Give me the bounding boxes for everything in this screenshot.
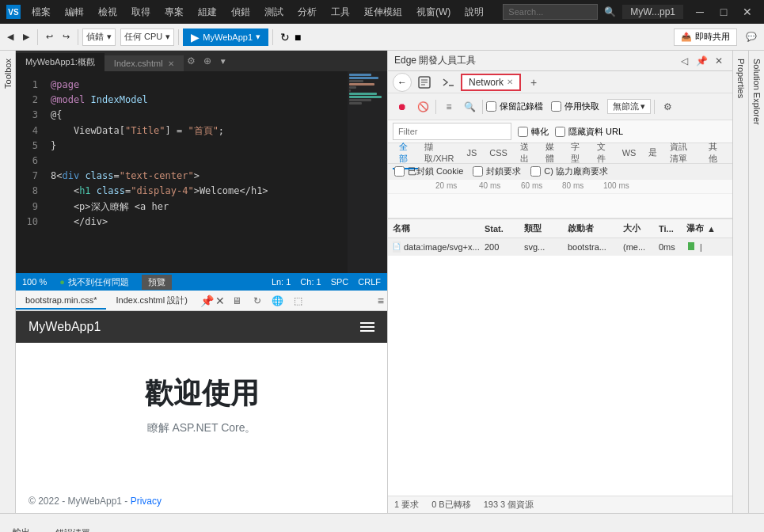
- close-preview-icon[interactable]: ✕: [215, 294, 225, 307]
- row-size: (me...: [618, 242, 654, 252]
- menu-test[interactable]: 測試: [258, 4, 290, 21]
- tab-settings-gear[interactable]: ⚙: [184, 51, 200, 71]
- devtools-home-btn[interactable]: ←: [393, 73, 412, 92]
- net-tab-ws[interactable]: WS: [616, 145, 643, 162]
- menu-debug[interactable]: 偵錯: [225, 4, 257, 21]
- tab-index-cshtml[interactable]: Index.cshtml ✕: [105, 55, 184, 71]
- menu-edit[interactable]: 編輯: [59, 4, 90, 21]
- titlebar-tab[interactable]: MyW...pp1: [622, 5, 683, 19]
- menu-analyze[interactable]: 分析: [291, 4, 323, 21]
- minimize-button[interactable]: ─: [690, 4, 710, 20]
- close-tab-icon[interactable]: ✕: [168, 59, 174, 68]
- code-content[interactable]: @page @model IndexModel @{ ViewData["Tit…: [44, 71, 348, 273]
- network-panel-tab[interactable]: Network ✕: [461, 74, 521, 91]
- net-tab-css[interactable]: CSS: [483, 145, 514, 162]
- devtools-pin-icon[interactable]: 📌: [694, 54, 709, 68]
- expand-preview-btn[interactable]: ⬚: [290, 293, 307, 309]
- preview-tabbar: bootstrap.min.css* Index.cshtml 設計) 📌 ✕ …: [16, 291, 387, 311]
- close-network-tab-icon[interactable]: ✕: [507, 78, 513, 86]
- transform-checkbox[interactable]: [518, 127, 528, 137]
- add-panel-icon[interactable]: +: [524, 73, 543, 92]
- maximize-button[interactable]: □: [713, 4, 734, 20]
- solution-explorer-sidebar[interactable]: Solution Explorer: [748, 51, 764, 513]
- corp-checkbox[interactable]: [530, 166, 541, 177]
- more-options-icon[interactable]: ≡: [378, 294, 384, 307]
- net-tab-wasm[interactable]: 是: [642, 143, 663, 163]
- throttle-dropdown[interactable]: 無節流 ▾: [607, 99, 651, 114]
- devtools-back-icon[interactable]: ◁: [677, 54, 691, 68]
- solution-explorer-label[interactable]: Solution Explorer: [752, 59, 762, 125]
- col-time-header[interactable]: Ti...: [654, 224, 682, 234]
- chevron-down-icon: ▾: [256, 32, 260, 42]
- menu-help[interactable]: 說明: [458, 4, 490, 21]
- bootstrap-tab[interactable]: bootstrap.min.css*: [16, 292, 106, 310]
- device-preview-btn[interactable]: 🖥: [228, 293, 245, 309]
- menu-project[interactable]: 專案: [158, 4, 190, 21]
- table-row[interactable]: 📄 data:image/svg+x... 200 svg... bootstr…: [388, 238, 732, 256]
- tick-80ms: 80 ms: [562, 181, 583, 190]
- tab-expand-icon[interactable]: ⊕: [200, 51, 215, 71]
- close-button[interactable]: ✕: [737, 4, 758, 20]
- tab-overview[interactable]: MyWebApp1:概觀: [16, 53, 105, 71]
- disable-cache-checkbox[interactable]: [551, 101, 561, 112]
- undo-button[interactable]: ↩: [42, 28, 57, 47]
- col-type-header[interactable]: 類型: [519, 222, 563, 234]
- preview-button[interactable]: 預覽: [142, 275, 172, 290]
- record-btn[interactable]: ⏺: [393, 97, 412, 116]
- console-panel-icon[interactable]: [439, 73, 458, 92]
- blocked-req-checkbox[interactable]: [473, 166, 483, 177]
- open-browser-btn[interactable]: 🌐: [269, 293, 287, 309]
- menu-window[interactable]: 視窗(W): [410, 4, 457, 21]
- settings-gear-icon[interactable]: ⚙: [658, 97, 677, 116]
- toolbox-label[interactable]: Toolbox: [3, 59, 13, 89]
- feedback-button[interactable]: 💬: [742, 28, 761, 47]
- toolbox-sidebar[interactable]: Toolbox: [0, 51, 16, 513]
- properties-sidebar[interactable]: Properties: [732, 51, 748, 513]
- search-input[interactable]: [503, 4, 598, 20]
- blocked-cookie-checkbox[interactable]: [394, 166, 405, 177]
- forward-button[interactable]: ▶: [19, 28, 33, 47]
- error-list-tab[interactable]: 錯誤清單: [49, 524, 97, 532]
- row-name[interactable]: 📄 data:image/svg+x...: [388, 241, 480, 253]
- menu-tools[interactable]: 工具: [325, 4, 356, 21]
- menu-file[interactable]: 檔案: [25, 4, 57, 21]
- preview-hero: 歡迎使用 瞭解 ASP.NET Core。: [16, 343, 387, 451]
- devtools-close-icon[interactable]: ✕: [712, 54, 726, 68]
- col-waterfall-header[interactable]: 瀑布 ▲: [682, 222, 732, 234]
- net-tab-js[interactable]: JS: [460, 145, 483, 162]
- properties-label[interactable]: Properties: [736, 59, 746, 98]
- menu-get[interactable]: 取得: [125, 4, 157, 21]
- menu-extensions[interactable]: 延伸模組: [358, 4, 409, 21]
- redo-button[interactable]: ↪: [59, 28, 74, 47]
- hide-url-checkbox[interactable]: [555, 127, 565, 137]
- dt-sep-2: [482, 100, 483, 114]
- col-status-header[interactable]: Stat.: [480, 224, 519, 234]
- debug-dropdown[interactable]: 偵錯 ▾: [82, 28, 116, 46]
- devtools-controls: ◁ 📌 ✕: [677, 54, 726, 68]
- stop-btn[interactable]: ■: [295, 31, 301, 44]
- output-tab[interactable]: 輸出: [6, 523, 36, 532]
- refresh-preview-btn[interactable]: ↻: [249, 293, 266, 309]
- preserve-log-group: 保留記錄檔: [486, 101, 543, 112]
- menu-build[interactable]: 組建: [192, 4, 223, 21]
- refresh-btn[interactable]: ↻: [280, 31, 290, 44]
- cpu-dropdown[interactable]: 任何 CPU ▾: [120, 28, 174, 46]
- search-btn[interactable]: 🔍: [460, 97, 479, 116]
- index-design-tab[interactable]: Index.cshtml 設計): [106, 291, 196, 310]
- filter-list-btn[interactable]: ≡: [439, 97, 458, 116]
- zoom-level[interactable]: 100 %: [22, 277, 47, 287]
- col-size-header[interactable]: 大小: [618, 222, 654, 234]
- pin-tab-icon[interactable]: 📌: [200, 294, 214, 307]
- hamburger-icon[interactable]: [360, 322, 374, 332]
- privacy-link[interactable]: Privacy: [131, 496, 162, 507]
- preserve-log-checkbox[interactable]: [486, 101, 496, 112]
- elements-panel-icon[interactable]: [415, 73, 434, 92]
- back-button[interactable]: ◀: [3, 28, 17, 47]
- col-initiator-header[interactable]: 啟動者: [563, 222, 618, 234]
- share-button[interactable]: 📤 即時共用: [674, 28, 737, 46]
- run-button[interactable]: ▶ MyWebApp1 ▾: [183, 28, 268, 46]
- col-name-header[interactable]: 名稱: [388, 222, 480, 234]
- tab-collapse-icon[interactable]: ▼: [215, 51, 231, 71]
- menu-view[interactable]: 檢視: [92, 4, 124, 21]
- clear-btn[interactable]: 🚫: [413, 97, 432, 116]
